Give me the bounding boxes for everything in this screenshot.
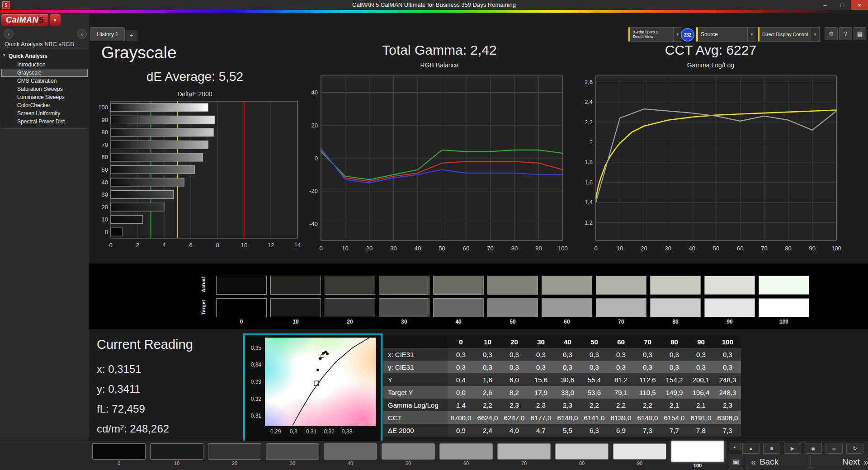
svg-text:100: 100 <box>98 104 108 111</box>
table-row: Gamma Log/Log1,42,22,32,32,32,22,22,22,1… <box>383 399 741 411</box>
table-cell: 53,6 <box>581 386 608 399</box>
tree-item-introduction[interactable]: Introduction <box>1 61 88 69</box>
svg-text:0: 0 <box>594 245 597 252</box>
table-row-label: Gamma Log/Log <box>383 399 448 411</box>
cie-x-axis: 0,290,30,310,320,33 <box>265 428 376 436</box>
next-button[interactable]: Next » <box>810 455 868 469</box>
table-cell: 0,3 <box>501 361 528 373</box>
tree-item-luminance-sweeps[interactable]: Luminance Sweeps <box>1 93 88 101</box>
svg-text:8: 8 <box>216 242 219 249</box>
patch-strip-level-label: 90 <box>704 319 755 325</box>
settings-button[interactable]: ⚙ <box>825 27 838 40</box>
level-patch-button-0[interactable]: 0 <box>92 443 146 468</box>
table-cell: 2,2 <box>581 399 608 411</box>
transport-play-button[interactable]: ▶ <box>784 443 801 454</box>
nav-back-button[interactable]: ‹ <box>4 29 14 39</box>
level-patch-label: 10 <box>174 461 179 466</box>
tree-item-spectral-power-dist-[interactable]: Spectral Power Dist. <box>1 118 88 126</box>
collapse-up-button[interactable]: ▴ <box>729 443 741 450</box>
table-cell: 6306,0 <box>714 411 741 424</box>
table-cell: 2,3 <box>714 399 741 411</box>
chevron-down-icon[interactable]: ▼ <box>811 28 819 41</box>
level-patch-swatch <box>382 443 435 460</box>
sidebar-collapse-button[interactable]: ‹ <box>77 29 87 39</box>
patch-swatch <box>650 276 701 295</box>
tree-root-quick-analysis[interactable]: ▾ Quick Analysis <box>1 52 88 61</box>
tree-item-cms-calibration[interactable]: CMS Calibration <box>1 77 88 85</box>
tree-item-colorchecker[interactable]: ColorChecker <box>1 101 88 109</box>
table-row: Target Y0,02,68,217,933,053,679,1110,514… <box>383 386 741 399</box>
svg-text:0: 0 <box>109 242 112 249</box>
svg-text:1,6: 1,6 <box>585 179 593 186</box>
current-reading-panel: Current Reading x: 0,3151 y: 0,3411 fL: … <box>97 337 193 439</box>
transport-stop-button[interactable]: ■ <box>763 443 780 454</box>
tab-history-1[interactable]: History 1 <box>90 27 125 41</box>
patch-swatch <box>325 276 375 295</box>
table-cell: 154,2 <box>661 373 688 386</box>
table-cell: 0,3 <box>608 348 634 361</box>
help-button[interactable]: ? <box>839 27 852 40</box>
level-patch-button-50[interactable]: 50 <box>382 443 435 468</box>
logo-number: 5 <box>39 15 44 25</box>
patch-swatch <box>596 276 646 295</box>
layout-button[interactable]: ▣ <box>729 455 743 469</box>
transport-refresh-button[interactable]: ↻ <box>846 443 863 454</box>
cie-x-tick: 0,32 <box>320 428 338 435</box>
level-patch-button-60[interactable]: 60 <box>439 443 493 468</box>
level-patch-button-40[interactable]: 40 <box>324 443 377 468</box>
display-control-dropdown[interactable]: Direct Display Control ▼ <box>758 27 820 42</box>
meter-dropdown[interactable]: X-Rite i1Pro 2 Direct View ▼ <box>628 27 682 42</box>
svg-text:-20: -20 <box>309 188 318 194</box>
source-dropdown[interactable]: Source ▼ <box>696 27 756 42</box>
table-header-cell: 90 <box>688 335 714 348</box>
level-patch-button-100[interactable]: 100 <box>671 443 724 468</box>
rgb-balance-chart-svg: 40200-20-400102030405060708090100 <box>304 70 575 256</box>
tree-item-grayscale[interactable]: Grayscale <box>1 69 88 77</box>
table-row: ΔE 20000,92,44,04,75,56,36,97,37,77,87,3 <box>383 424 741 437</box>
tree-expand-icon[interactable]: ▾ <box>3 53 5 57</box>
table-cell: 8,2 <box>501 386 528 399</box>
tree-item-saturation-sweeps[interactable]: Saturation Sweeps <box>1 85 88 93</box>
back-button[interactable]: « Back <box>746 455 810 469</box>
logo-menu-arrow-icon[interactable]: ▼ <box>50 14 61 26</box>
svg-text:70: 70 <box>761 245 767 252</box>
level-patch-swatch <box>92 443 146 460</box>
logo-text: CalMAN <box>6 15 38 25</box>
patch-swatch <box>759 298 809 317</box>
table-row: Y0,41,66,015,630,655,481,2112,6154,2200,… <box>383 373 741 386</box>
patch-swatch <box>650 298 701 317</box>
transport-record-button[interactable]: ◉ <box>805 443 822 454</box>
tree-item-screen-uniformity[interactable]: Screen Uniformity <box>1 109 88 118</box>
minimize-button[interactable]: – <box>816 0 834 10</box>
level-patch-button-20[interactable]: 20 <box>208 443 261 468</box>
calman-logo[interactable]: CalMAN 5 ▼ <box>1 14 61 26</box>
patch-count-badge[interactable]: 232 <box>681 28 694 42</box>
maximize-button[interactable]: □ <box>834 0 851 10</box>
meter-line1: X-Rite i1Pro 2 <box>633 30 671 34</box>
chevron-down-icon[interactable]: ▼ <box>747 28 756 41</box>
back-button-label: Back <box>760 457 778 467</box>
level-patch-button-30[interactable]: 30 <box>266 443 319 468</box>
level-patch-button-90[interactable]: 90 <box>613 443 666 468</box>
patch-swatch <box>487 276 538 295</box>
svg-text:40: 40 <box>689 245 695 252</box>
table-row: CCT8700,06624,06247,06177,06148,06141,06… <box>383 411 741 424</box>
level-patch-button-10[interactable]: 10 <box>150 443 203 468</box>
panel-toggle-button[interactable]: ▤ <box>854 27 866 40</box>
deltae-chart-title: DeltaE 2000 <box>89 90 301 99</box>
svg-text:80: 80 <box>511 245 518 252</box>
transport-eject-button[interactable]: ▲ <box>742 443 760 454</box>
table-cell: 6141,0 <box>581 411 608 424</box>
transport-loop-button[interactable]: ∞ <box>826 443 843 454</box>
workflow-tree: ▾ Quick Analysis IntroductionGrayscaleCM… <box>1 50 88 129</box>
level-patch-button-80[interactable]: 80 <box>555 443 609 468</box>
svg-text:100: 100 <box>831 245 841 252</box>
table-cell: 6,3 <box>581 424 608 437</box>
level-patch-button-70[interactable]: 70 <box>497 443 551 468</box>
table-cell: 2,2 <box>608 399 634 411</box>
close-button[interactable]: × <box>851 0 868 10</box>
patch-strip-level-label: 100 <box>759 319 809 325</box>
table-cell: 7,3 <box>714 424 741 437</box>
cct-average-value: CCT Avg: 6227 <box>575 42 846 58</box>
add-tab-button[interactable]: + <box>126 30 137 41</box>
